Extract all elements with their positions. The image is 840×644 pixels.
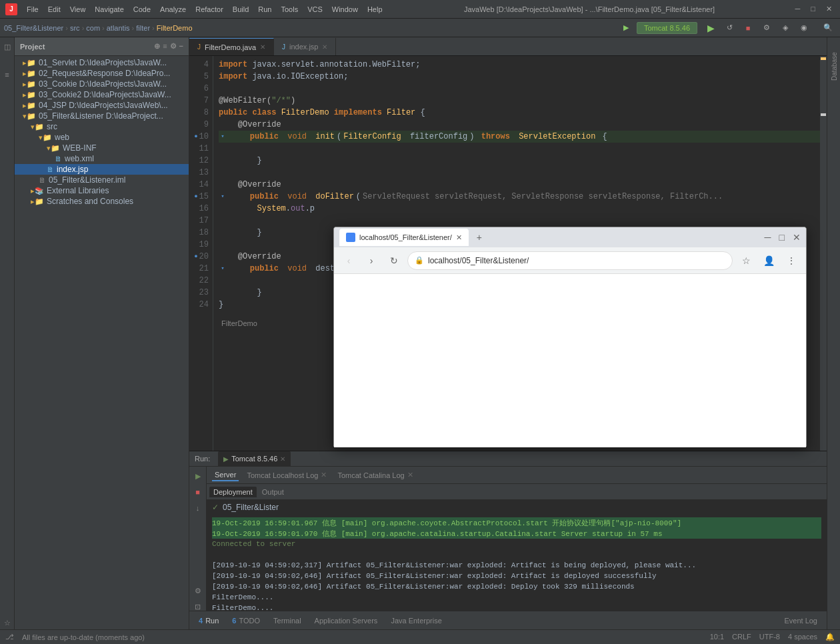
nav-refresh-icon[interactable]: ↺ xyxy=(721,20,737,36)
run-settings-button[interactable]: ⚙ xyxy=(191,584,205,597)
menu-view[interactable]: View xyxy=(66,4,90,15)
tree-item-web[interactable]: ▾📁 web xyxy=(15,132,189,143)
tree-item-05filter[interactable]: ▾📁 05_Filter&Listener D:\IdeaProject... xyxy=(15,111,189,121)
sub-tab-output[interactable]: Output xyxy=(258,487,288,497)
browser-profile-button[interactable]: 👤 xyxy=(759,251,778,270)
project-panel: Project ⊕ ≡ ⚙ − ▸📁 01_Servlet D:\IdeaPro… xyxy=(15,37,189,629)
browser-bookmark-button[interactable]: ☆ xyxy=(737,251,755,270)
tree-item-02request[interactable]: ▸📁 02_Request&Response D:\IdeaPro... xyxy=(15,68,189,79)
run-stop-button[interactable]: ■ xyxy=(191,485,205,499)
notification-icon[interactable]: 🔔 xyxy=(825,633,835,641)
menu-window[interactable]: Window xyxy=(328,4,362,15)
bottom-tab-terminal[interactable]: Terminal xyxy=(269,615,305,626)
nav-profile-icon[interactable]: ◉ xyxy=(796,20,812,36)
menu-navigate[interactable]: Navigate xyxy=(91,4,127,15)
subtab-close-icon[interactable]: ✕ xyxy=(321,471,327,479)
browser-close-button[interactable]: ✕ xyxy=(793,232,801,243)
sub-tab-deployment[interactable]: Deployment xyxy=(209,487,257,497)
tree-item-iml[interactable]: 🗎 05_Filter&Listener.iml xyxy=(15,175,189,185)
tab-number: 4 xyxy=(199,617,203,625)
tree-item-03cookie[interactable]: ▸📁 03_Cookie D:\IdeaProjects\JavaW... xyxy=(15,79,189,89)
favorites-icon[interactable]: ☆ xyxy=(1,616,14,629)
browser-maximize-button[interactable]: □ xyxy=(779,232,785,243)
tab-close-button[interactable]: ✕ xyxy=(322,43,327,51)
tree-item-04jsp[interactable]: ▸📁 04_JSP D:\IdeaProjects\JavaWeb\... xyxy=(15,100,189,111)
tree-item-webinf[interactable]: ▾📁 WEB-INF xyxy=(15,143,189,153)
menu-file[interactable]: File xyxy=(23,4,43,15)
run-tab-close-button[interactable]: ✕ xyxy=(280,455,285,463)
bottom-tab-run[interactable]: 4 Run xyxy=(195,615,223,626)
project-gear-icon[interactable]: ⚙ xyxy=(170,42,177,51)
bottom-tab-javaenterprise[interactable]: Java Enterprise xyxy=(387,615,445,626)
browser-tab-label: localhost/05_Filter&Listener/ xyxy=(359,233,452,241)
browser-forward-button[interactable]: › xyxy=(362,251,381,270)
browser-tab[interactable]: localhost/05_Filter&Listener/ ✕ xyxy=(339,229,469,246)
tree-label: External Libraries xyxy=(47,186,109,195)
breadcrumb-atlantis[interactable]: atlantis xyxy=(107,24,130,32)
menu-build[interactable]: Build xyxy=(229,4,253,15)
run-side-toolbar: ▶ ■ ↓ ⚙ ⊡ xyxy=(189,467,207,616)
run-restart-button[interactable]: ▶ xyxy=(191,469,205,483)
browser-address-bar[interactable]: 🔒 localhost/05_Filter&Listener/ xyxy=(407,251,733,270)
close-button[interactable]: ✕ xyxy=(826,5,832,13)
run-subtab-catalina-log[interactable]: Tomcat Catalina Log ✕ xyxy=(335,469,415,481)
tree-item-01servlet[interactable]: ▸📁 01_Servlet D:\IdeaProjects\JavaW... xyxy=(15,57,189,68)
browser-back-button[interactable]: ‹ xyxy=(339,251,358,270)
tree-item-03cookie2[interactable]: ▸📁 03_Cookie2 D:\IdeaProjects\JavaW... xyxy=(15,89,189,100)
bottom-tab-appservers[interactable]: Application Servers xyxy=(311,615,382,626)
menu-edit[interactable]: Edit xyxy=(44,4,65,15)
tree-item-scratches[interactable]: ▸📁 Scratches and Consoles xyxy=(15,196,189,207)
run-tab-tomcat[interactable]: ▶ Tomcat 8.5.46 ✕ xyxy=(218,451,291,466)
bottom-tab-todo[interactable]: 6 TODO xyxy=(228,615,264,626)
browser-minimize-button[interactable]: ─ xyxy=(765,232,771,243)
tree-item-extlibs[interactable]: ▸📚 External Libraries xyxy=(15,185,189,196)
bottom-tab-eventlog[interactable]: Event Log xyxy=(780,615,821,626)
maximize-button[interactable]: □ xyxy=(811,5,815,13)
structure-icon[interactable]: ≡ xyxy=(1,68,14,81)
menu-code[interactable]: Code xyxy=(129,4,155,15)
tab-index-jsp[interactable]: J index.jsp ✕ xyxy=(274,38,336,55)
menu-tools[interactable]: Tools xyxy=(277,4,302,15)
nav-settings-icon[interactable]: ⚙ xyxy=(759,20,775,36)
browser-new-tab-button[interactable]: + xyxy=(477,232,482,243)
browser-tab-close-button[interactable]: ✕ xyxy=(456,233,462,242)
project-panel-title: Project xyxy=(20,43,45,51)
tab-close-button[interactable]: ✕ xyxy=(260,43,265,51)
browser-menu-button[interactable]: ⋮ xyxy=(782,251,801,270)
run-scroll-button[interactable]: ↓ xyxy=(191,501,205,515)
menu-analyze[interactable]: Analyze xyxy=(156,4,190,15)
minimize-button[interactable]: ─ xyxy=(795,5,801,13)
code-line-12: } xyxy=(219,155,820,167)
menu-run[interactable]: Run xyxy=(254,4,275,15)
breadcrumb-filterdemo[interactable]: FilterDemo xyxy=(157,24,193,32)
nav-more-icon[interactable]: 🔍 xyxy=(820,20,836,36)
project-layout-icon[interactable]: ≡ xyxy=(163,42,167,51)
breadcrumb-com[interactable]: com xyxy=(86,24,100,32)
tree-item-indexjsp[interactable]: 🗎 index.jsp xyxy=(15,164,189,175)
breadcrumb-project[interactable]: 05_Filter&Listener xyxy=(4,24,63,32)
project-settings-icon[interactable]: ⊕ xyxy=(154,42,160,51)
folder-icon: ▸📁 xyxy=(23,59,36,67)
nav-stop-icon[interactable]: ■ xyxy=(740,20,756,36)
breadcrumb-src[interactable]: src xyxy=(70,24,80,32)
database-icon[interactable]: Database xyxy=(828,40,840,93)
menu-vcs[interactable]: VCS xyxy=(303,4,327,15)
nav-debug-icon[interactable]: ▶ xyxy=(618,20,634,36)
run-config-btn[interactable]: Tomcat 8.5.46 xyxy=(637,22,697,34)
url-text: localhost/05_Filter&Listener/ xyxy=(428,256,529,265)
breadcrumb-filter[interactable]: filter xyxy=(136,24,150,32)
project-toggle-icon[interactable]: ◫ xyxy=(1,40,14,53)
tree-item-webxml[interactable]: 🗎 web.xml xyxy=(15,153,189,164)
menu-help[interactable]: Help xyxy=(363,4,387,15)
nav-coverage-icon[interactable]: ◈ xyxy=(777,20,793,36)
tree-item-src[interactable]: ▾📁 src xyxy=(15,121,189,132)
run-subtab-localhost-log[interactable]: Tomcat Localhost Log ✕ xyxy=(244,469,329,481)
run-subtab-server[interactable]: Server xyxy=(212,469,239,481)
menu-refactor[interactable]: Refactor xyxy=(191,4,227,15)
project-collapse-icon[interactable]: − xyxy=(179,42,183,51)
browser-refresh-button[interactable]: ↻ xyxy=(385,251,403,270)
tab-filterdemo-java[interactable]: J FilterDemo.java ✕ xyxy=(189,38,274,55)
vertical-scrollbar[interactable] xyxy=(820,56,827,451)
subtab-close-icon[interactable]: ✕ xyxy=(407,471,413,479)
nav-run-icon[interactable]: ▶ xyxy=(703,20,719,36)
